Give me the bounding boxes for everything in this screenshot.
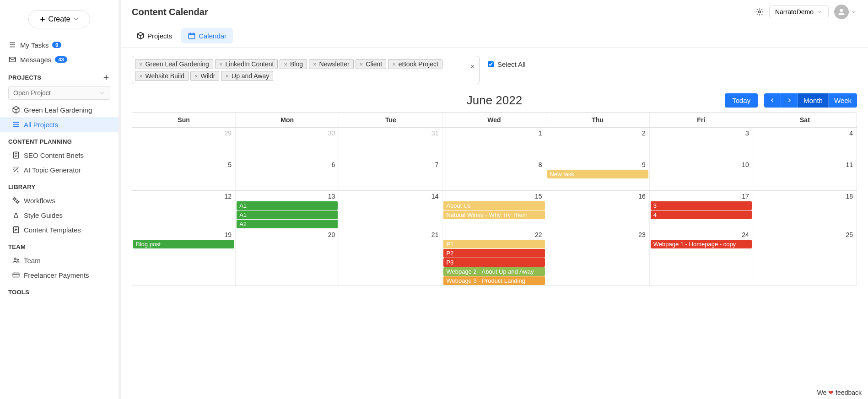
sidebar-workflows[interactable]: Workflows: [0, 193, 119, 208]
calendar-event[interactable]: 4: [651, 210, 752, 219]
remove-tag-icon[interactable]: ×: [284, 61, 287, 68]
calendar-day[interactable]: 2: [546, 128, 650, 159]
day-number: 15: [535, 193, 542, 200]
calendar-event[interactable]: Webpage 1 - Homepage - copy: [651, 240, 752, 248]
calendar-event[interactable]: 3: [651, 201, 752, 210]
remove-tag-icon[interactable]: ×: [313, 61, 317, 68]
tab-projects[interactable]: Projects: [130, 28, 178, 43]
calendar-event[interactable]: About Us: [443, 201, 545, 210]
calendar-event[interactable]: P3: [443, 258, 545, 267]
day-number: 30: [328, 129, 335, 137]
sidebar-ai-topic[interactable]: AI Topic Generator: [0, 162, 119, 177]
sidebar-my-tasks[interactable]: My Tasks 0: [0, 38, 119, 52]
calendar-week: 19Blog post202122P1P2P3Webpage 2 - About…: [132, 229, 857, 286]
prev-button[interactable]: [764, 93, 781, 108]
today-button[interactable]: Today: [725, 93, 758, 108]
calendar-day[interactable]: 11: [753, 159, 857, 190]
select-all-input[interactable]: [488, 61, 494, 67]
filter-tag[interactable]: ×Wildr: [190, 71, 219, 81]
remove-tag-icon[interactable]: ×: [219, 61, 223, 68]
calendar-day[interactable]: 9New task: [546, 159, 650, 190]
calendar-event[interactable]: A2: [237, 220, 338, 228]
sidebar-content-templates[interactable]: Content Templates: [0, 222, 119, 237]
filter-tag[interactable]: ×Website Build: [135, 71, 189, 81]
calendar-day[interactable]: 20: [236, 229, 339, 286]
sidebar-seo-briefs[interactable]: SEO Content Briefs: [0, 148, 119, 162]
month-view-button[interactable]: Month: [798, 93, 829, 108]
sidebar-freelancer-payments[interactable]: Freelancer Payments: [0, 268, 119, 282]
calendar-day[interactable]: 22P1P2P3Webpage 2 - About Up and AwayWeb…: [442, 229, 546, 286]
filter-tag[interactable]: ×Green Leaf Gardening: [135, 59, 213, 69]
svg-point-10: [840, 9, 843, 12]
workspace-select[interactable]: NarratoDemo: [769, 5, 829, 18]
calendar-day[interactable]: 14: [339, 191, 442, 229]
select-all-checkbox[interactable]: Select All: [488, 60, 526, 68]
sidebar: Create My Tasks 0 Messages 43 PROJECTS O…: [0, 0, 119, 399]
calendar-day[interactable]: 16: [546, 191, 650, 229]
filter-tag[interactable]: ×LinkedIn Content: [215, 59, 278, 69]
gear-icon[interactable]: [755, 8, 764, 16]
project-filter-tags[interactable]: ×Green Leaf Gardening×LinkedIn Content×B…: [132, 56, 480, 84]
week-view-button[interactable]: Week: [829, 93, 857, 108]
feedback-pre: We: [817, 389, 829, 396]
calendar-day[interactable]: 3: [650, 128, 753, 159]
remove-tag-icon[interactable]: ×: [392, 61, 396, 68]
sidebar-all-projects[interactable]: All Projects: [0, 117, 119, 132]
calendar-day[interactable]: 19Blog post: [132, 229, 236, 286]
calendar-day[interactable]: 31: [339, 128, 442, 159]
calendar-day[interactable]: 8: [442, 159, 546, 190]
sidebar-messages[interactable]: Messages 43: [0, 52, 119, 67]
feedback-link[interactable]: We ❤ feedback: [817, 389, 862, 396]
calendar-weeks: 293031123456789New task10111213A1A1A2141…: [132, 128, 857, 286]
create-label: Create: [48, 15, 70, 23]
filter-tag[interactable]: ×Blog: [280, 59, 307, 69]
filter-tag[interactable]: ×Up and Away: [221, 71, 273, 81]
calendar-day[interactable]: 30: [236, 128, 339, 159]
calendar-day[interactable]: 4: [753, 128, 857, 159]
sidebar-project-green-leaf[interactable]: Green Leaf Gardening: [0, 102, 119, 117]
calendar-day[interactable]: 18: [753, 191, 857, 229]
filter-tag[interactable]: ×Newsletter: [309, 59, 354, 69]
remove-tag-icon[interactable]: ×: [139, 61, 143, 68]
filter-tag[interactable]: ×Client: [356, 59, 386, 69]
tab-calendar[interactable]: Calendar: [181, 28, 233, 43]
remove-tag-icon[interactable]: ×: [194, 73, 198, 80]
filter-tag[interactable]: ×eBook Project: [388, 59, 442, 69]
user-menu[interactable]: [834, 5, 857, 19]
calendar-event[interactable]: Webpage 3 - Product Landing: [443, 276, 545, 285]
calendar-event[interactable]: A1: [237, 210, 338, 219]
remove-tag-icon[interactable]: ×: [360, 61, 363, 68]
sidebar-style-guides[interactable]: Style Guides: [0, 208, 119, 222]
calendar-event[interactable]: Blog post: [133, 240, 234, 248]
calendar-event[interactable]: P2: [443, 249, 545, 258]
open-project-select[interactable]: Open Project: [8, 86, 110, 100]
calendar-event[interactable]: P1: [443, 240, 545, 248]
calendar-day[interactable]: 6: [236, 159, 339, 190]
calendar-day[interactable]: 21: [339, 229, 442, 286]
calendar-day[interactable]: 1734: [650, 191, 753, 229]
calendar-icon: [188, 32, 196, 40]
messages-label: Messages: [20, 56, 51, 64]
calendar-day[interactable]: 25: [753, 229, 857, 286]
calendar-day[interactable]: 23: [546, 229, 650, 286]
calendar-event[interactable]: Webpage 2 - About Up and Away: [443, 267, 545, 276]
sidebar-team[interactable]: Team: [0, 253, 119, 268]
calendar-day[interactable]: 15About UsNatural Wines - Why Try Them: [442, 191, 546, 229]
create-button[interactable]: Create: [28, 10, 90, 28]
calendar-day[interactable]: 24Webpage 1 - Homepage - copy: [650, 229, 753, 286]
calendar-day[interactable]: 10: [650, 159, 753, 190]
calendar-day[interactable]: 29: [132, 128, 236, 159]
remove-tag-icon[interactable]: ×: [225, 73, 229, 80]
remove-tag-icon[interactable]: ×: [139, 73, 143, 80]
calendar-event[interactable]: A1: [237, 201, 338, 210]
calendar-event[interactable]: New task: [547, 170, 648, 178]
clear-filters-icon[interactable]: ×: [471, 63, 474, 70]
calendar-day[interactable]: 12: [132, 191, 236, 229]
calendar-day[interactable]: 13A1A1A2: [236, 191, 339, 229]
next-button[interactable]: [781, 93, 798, 108]
calendar-day[interactable]: 7: [339, 159, 442, 190]
add-project-icon[interactable]: [102, 73, 110, 81]
calendar-day[interactable]: 5: [132, 159, 236, 190]
calendar-event[interactable]: Natural Wines - Why Try Them: [443, 210, 545, 219]
calendar-day[interactable]: 1: [442, 128, 546, 159]
